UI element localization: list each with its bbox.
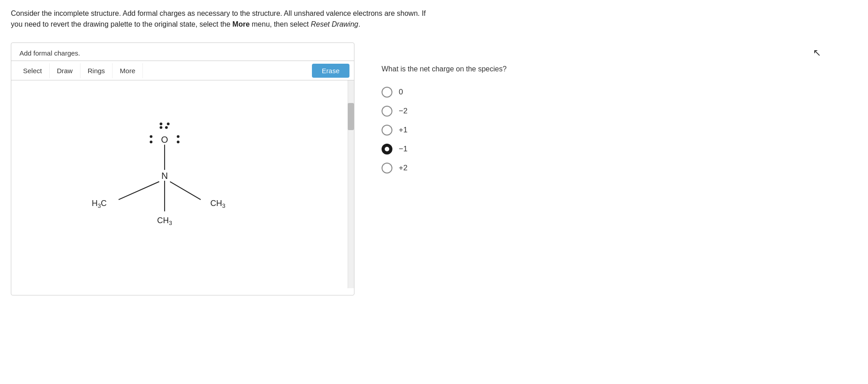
- instruction-line2-end: .: [358, 20, 360, 28]
- question-panel: ↖ What is the net charge on the species?…: [354, 42, 857, 295]
- radio-inner-opt3: [385, 147, 389, 151]
- answer-options: 0−2+1−1+2: [382, 87, 830, 173]
- option-label-opt2: +1: [399, 126, 407, 135]
- svg-point-2: [150, 135, 152, 138]
- svg-line-9: [118, 182, 159, 200]
- instruction-line2-mid: menu, then select: [250, 20, 311, 28]
- toolbar: Select Draw Rings More Erase: [11, 61, 354, 80]
- erase-button[interactable]: Erase: [312, 64, 349, 78]
- option-row-opt0[interactable]: 0: [382, 87, 830, 98]
- instruction-line1: Consider the incomplete structure. Add f…: [11, 9, 426, 17]
- option-label-opt3: −1: [399, 145, 407, 154]
- svg-point-1: [165, 126, 168, 129]
- option-label-opt0: 0: [399, 88, 403, 97]
- svg-point-5: [177, 140, 179, 143]
- drawing-panel: Add formal charges. Select Draw Rings Mo…: [11, 42, 354, 295]
- svg-point-15: [160, 122, 162, 125]
- main-layout: Add formal charges. Select Draw Rings Mo…: [11, 42, 857, 295]
- select-button[interactable]: Select: [16, 63, 50, 78]
- more-button[interactable]: More: [113, 63, 143, 78]
- option-row-opt2[interactable]: +1: [382, 125, 830, 136]
- svg-text:H3C: H3C: [92, 199, 107, 209]
- draw-button[interactable]: Draw: [50, 63, 80, 78]
- radio-opt2[interactable]: [382, 125, 392, 136]
- radio-opt3[interactable]: [382, 144, 392, 155]
- instructions-block: Consider the incomplete structure. Add f…: [11, 8, 857, 30]
- svg-text:CH3: CH3: [157, 216, 172, 226]
- svg-point-16: [167, 122, 170, 125]
- instruction-reset-italic: Reset Drawing: [311, 20, 359, 28]
- drawing-panel-title: Add formal charges.: [11, 43, 354, 61]
- svg-line-11: [170, 182, 201, 200]
- molecule-svg: O N H3C CH3 CH3: [11, 80, 354, 288]
- instruction-more-bold: More: [232, 20, 250, 28]
- option-label-opt4: +2: [399, 164, 407, 173]
- rings-button[interactable]: Rings: [80, 63, 113, 78]
- svg-point-0: [160, 126, 162, 129]
- option-row-opt4[interactable]: +2: [382, 163, 830, 173]
- molecule-area: O N H3C CH3 CH3: [11, 80, 354, 288]
- radio-opt0[interactable]: [382, 87, 392, 98]
- cursor-icon: ↖: [813, 47, 821, 59]
- svg-text:CH3: CH3: [210, 199, 225, 209]
- svg-text:O: O: [161, 135, 168, 145]
- option-row-opt3[interactable]: −1: [382, 144, 830, 155]
- question-title: What is the net charge on the species?: [382, 65, 830, 73]
- svg-point-4: [177, 135, 179, 138]
- instruction-line2-start: you need to revert the drawing palette t…: [11, 20, 232, 28]
- svg-point-3: [150, 140, 152, 143]
- svg-text:N: N: [161, 171, 168, 181]
- option-label-opt1: −2: [399, 107, 407, 116]
- radio-opt1[interactable]: [382, 106, 392, 117]
- option-row-opt1[interactable]: −2: [382, 106, 830, 117]
- radio-opt4[interactable]: [382, 163, 392, 173]
